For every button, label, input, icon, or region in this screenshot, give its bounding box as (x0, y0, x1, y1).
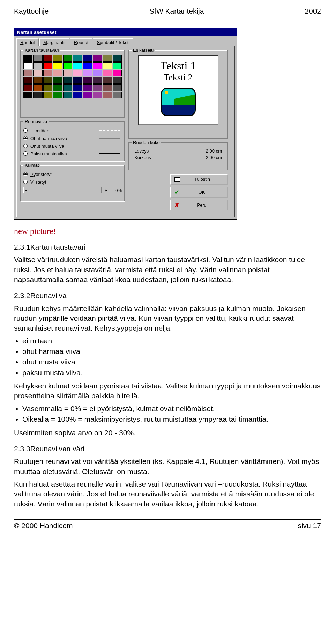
para-5: Ruutujen reunaviivat voi värittää yksite… (14, 457, 321, 476)
color-swatch[interactable] (83, 70, 92, 76)
color-swatch[interactable] (113, 55, 122, 62)
border-option[interactable]: Ei mitään (23, 127, 122, 134)
color-swatch[interactable] (63, 70, 72, 76)
corner-slider[interactable] (31, 187, 102, 193)
color-swatch[interactable] (33, 92, 42, 98)
tab-ruudut[interactable]: Ruudut (16, 38, 39, 46)
color-swatch[interactable] (23, 55, 32, 62)
color-swatch[interactable] (103, 55, 112, 62)
color-swatch[interactable] (53, 55, 62, 62)
color-swatch[interactable] (93, 70, 102, 76)
check-icon: ✔ (174, 189, 179, 195)
size-height-value: 2,00 cm (206, 155, 222, 160)
color-swatch[interactable] (43, 70, 52, 76)
color-swatch[interactable] (53, 77, 62, 84)
footer-left: © 2000 Handicom (14, 521, 73, 530)
color-swatch[interactable] (23, 62, 32, 69)
preview-canvas: Teksti 1 Teksti 2 (138, 55, 218, 125)
list-1: ei mitäänohut harmaa viivaohut musta vii… (22, 336, 321, 378)
preview-text-2: Teksti 2 (142, 72, 214, 83)
color-swatch[interactable] (73, 92, 82, 98)
color-swatch[interactable] (43, 55, 52, 62)
ok-button[interactable]: ✔ OK (170, 187, 228, 198)
color-swatch[interactable] (103, 77, 112, 84)
tab-marginaalit[interactable]: Marginaalit (39, 38, 69, 46)
slider-right-arrow-icon[interactable]: ► (104, 187, 109, 193)
line-preview-icon (99, 153, 120, 154)
color-swatch[interactable] (53, 92, 62, 98)
color-swatch[interactable] (113, 70, 122, 76)
color-swatch[interactable] (73, 55, 82, 62)
list-item: ohut harmaa viiva (22, 347, 321, 356)
color-swatch[interactable] (73, 84, 82, 91)
header-left: Käyttöohje (14, 7, 49, 15)
color-swatch[interactable] (93, 77, 102, 84)
color-swatch[interactable] (23, 77, 32, 84)
color-swatch[interactable] (43, 84, 52, 91)
color-swatch[interactable] (83, 55, 92, 62)
color-swatch[interactable] (23, 70, 32, 76)
color-swatch[interactable] (113, 84, 122, 91)
color-swatch[interactable] (53, 62, 62, 69)
color-swatch[interactable] (33, 77, 42, 84)
color-swatch[interactable] (103, 62, 112, 69)
border-option[interactable]: Ohut harmaa viiva (23, 134, 122, 142)
tab-strip: Ruudut Marginaalit Reunat Symbolit / Tek… (14, 36, 237, 46)
color-swatch[interactable] (113, 62, 122, 69)
color-swatch[interactable] (33, 70, 42, 76)
color-swatch[interactable] (73, 77, 82, 84)
heading-2-3-3: 2.3.3Reunaviivan väri (14, 444, 321, 454)
border-option-label: Ohut harmaa viiva (30, 136, 67, 141)
color-swatch[interactable] (43, 62, 52, 69)
color-swatch[interactable] (63, 92, 72, 98)
tab-reunat[interactable]: Reunat (70, 38, 92, 46)
color-swatch[interactable] (63, 77, 72, 84)
color-swatch[interactable] (33, 62, 42, 69)
color-swatch[interactable] (63, 62, 72, 69)
border-option[interactable]: Paksu musta viiva (23, 150, 122, 157)
color-swatch[interactable] (43, 77, 52, 84)
color-swatch[interactable] (83, 62, 92, 69)
color-swatch[interactable] (83, 92, 92, 98)
color-swatch[interactable] (63, 84, 72, 91)
color-swatch[interactable] (33, 55, 42, 62)
color-swatch[interactable] (113, 77, 122, 84)
dialog-buttons: Tulostin ✔ OK ✘ Peru (170, 174, 228, 213)
color-swatch[interactable] (33, 84, 42, 91)
color-swatch[interactable] (73, 62, 82, 69)
border-option[interactable]: Ohut musta viiva (23, 142, 122, 150)
color-swatch[interactable] (93, 62, 102, 69)
color-swatch[interactable] (93, 92, 102, 98)
preview-text-1: Teksti 1 (142, 59, 214, 72)
color-swatch[interactable] (53, 70, 62, 76)
new-picture-caption: new picture! (14, 227, 321, 236)
color-swatch[interactable] (53, 84, 62, 91)
corner-option[interactable]: Pyöristetyt (23, 170, 122, 178)
color-swatch[interactable] (63, 55, 72, 62)
color-swatch[interactable] (103, 84, 112, 91)
color-swatch[interactable] (83, 84, 92, 91)
color-swatch[interactable] (43, 92, 52, 98)
group-corner: Kulmat PyöristetytViistetyt ◄ ► 0% (20, 165, 125, 202)
tab-symbolit[interactable]: Symbolit / Teksti (93, 38, 133, 46)
size-height-label: Korkeus (134, 155, 206, 160)
color-swatch[interactable] (103, 70, 112, 76)
color-swatch[interactable] (83, 77, 92, 84)
slider-left-arrow-icon[interactable]: ◄ (23, 187, 29, 193)
page-header: Käyttöohje SfW Kartantekijä 2002 (14, 7, 321, 17)
color-swatch[interactable] (113, 92, 122, 98)
dialog-titlebar[interactable]: Kartan asetukset (14, 28, 237, 36)
ground-shape (162, 105, 195, 115)
cancel-button[interactable]: ✘ Peru (170, 200, 228, 210)
x-icon: ✘ (174, 202, 179, 208)
color-swatch[interactable] (23, 92, 32, 98)
color-swatch[interactable] (103, 92, 112, 98)
size-width-label: Leveys (134, 148, 206, 154)
color-swatch[interactable] (23, 84, 32, 91)
dialog-title: Kartan asetukset (17, 30, 57, 35)
printer-button[interactable]: Tulostin (170, 174, 228, 185)
color-swatch[interactable] (93, 55, 102, 62)
color-swatch[interactable] (73, 70, 82, 76)
color-swatch[interactable] (93, 84, 102, 91)
corner-option[interactable]: Viistetyt (23, 178, 122, 186)
